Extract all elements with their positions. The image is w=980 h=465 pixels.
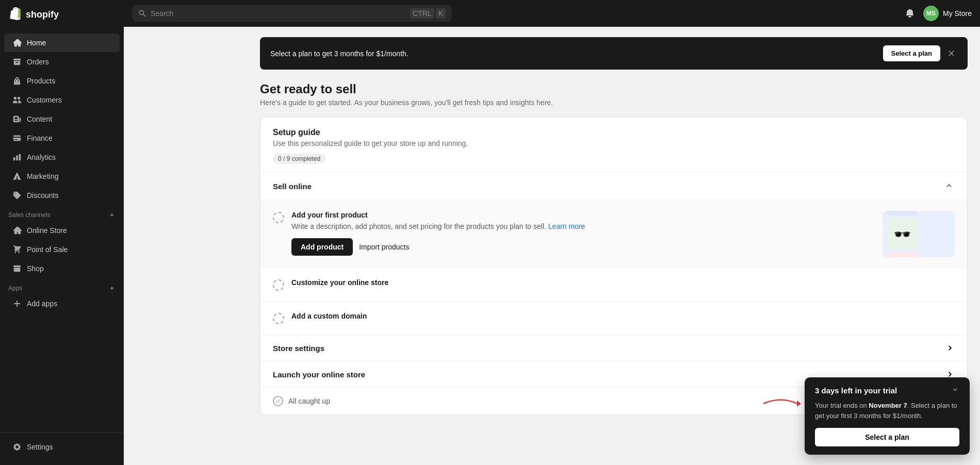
promo-banner-actions: Select a plan ✕ bbox=[883, 45, 957, 61]
task-product-illustration: 👕 🕶️ 👟 bbox=[883, 211, 955, 257]
svg-marker-0 bbox=[797, 401, 801, 407]
sidebar-item-settings[interactable]: Settings bbox=[4, 438, 120, 456]
task-content-domain: Add a custom domain bbox=[291, 312, 955, 322]
brand-name: shopify bbox=[26, 9, 59, 20]
sidebar-bottom: Settings bbox=[0, 433, 124, 465]
sidebar-item-add-apps[interactable]: Add apps bbox=[4, 294, 120, 313]
shopify-logo: shopify bbox=[8, 7, 59, 22]
setup-guide-desc: Use this personalized guide to get your … bbox=[273, 139, 955, 147]
sidebar-item-finance[interactable]: Finance bbox=[4, 129, 120, 147]
setup-guide-header: Setup guide Use this personalized guide … bbox=[260, 118, 967, 173]
sidebar-item-orders-label: Orders bbox=[27, 58, 49, 66]
notification-button[interactable] bbox=[903, 6, 917, 21]
task-domain-title: Add a custom domain bbox=[291, 312, 955, 320]
sales-channels-section: Sales channels bbox=[0, 205, 124, 221]
avatar: MS bbox=[923, 6, 939, 21]
sidebar-item-settings-label: Settings bbox=[27, 443, 53, 451]
apps-section: Apps bbox=[0, 278, 124, 294]
check-circle-icon bbox=[273, 396, 283, 406]
all-caught-up-text: All caught up bbox=[288, 397, 330, 405]
store-settings-title: Store settings bbox=[273, 344, 324, 353]
collapse-icon bbox=[951, 386, 959, 394]
sidebar: shopify Home Orders Products Customers C… bbox=[0, 0, 124, 465]
main-nav: Home Orders Products Customers Content F… bbox=[0, 29, 124, 433]
learn-more-link[interactable]: Learn more bbox=[548, 222, 585, 230]
trial-select-plan-button[interactable]: Select a plan bbox=[815, 428, 959, 446]
shirt-illustration: 👕 bbox=[887, 211, 918, 215]
sidebar-item-analytics[interactable]: Analytics bbox=[4, 148, 120, 167]
toast-collapse-button[interactable] bbox=[951, 386, 959, 395]
expand-icon[interactable] bbox=[108, 211, 116, 219]
sidebar-item-products-label: Products bbox=[27, 77, 55, 85]
sidebar-item-shop-label: Shop bbox=[27, 264, 44, 273]
check-icon bbox=[275, 398, 281, 404]
sidebar-item-shop[interactable]: Shop bbox=[4, 259, 120, 278]
trial-toast: 3 days left in your trial Your trial end… bbox=[805, 377, 970, 455]
search-shortcut: CTRL K bbox=[410, 8, 446, 19]
banner-close-button[interactable]: ✕ bbox=[945, 49, 957, 58]
sidebar-item-add-apps-label: Add apps bbox=[27, 300, 57, 308]
topbar: Search CTRL K MS My Store bbox=[124, 0, 980, 27]
trial-desc-text: Your trial ends on November 7. Select a … bbox=[815, 401, 959, 421]
sidebar-item-home[interactable]: Home bbox=[4, 34, 120, 52]
task-add-product-actions: Add product Import products bbox=[291, 238, 875, 256]
page-title: Get ready to sell bbox=[260, 82, 968, 96]
sidebar-item-customers-label: Customers bbox=[27, 96, 62, 104]
arrow-decoration bbox=[761, 393, 802, 416]
sidebar-item-home-label: Home bbox=[27, 39, 46, 47]
sell-online-title: Sell online bbox=[273, 182, 312, 191]
progress-badge: 0 / 9 completed bbox=[273, 154, 325, 164]
launch-title: Launch your online store bbox=[273, 370, 365, 379]
setup-guide-title: Setup guide bbox=[273, 128, 955, 137]
sidebar-item-content-label: Content bbox=[27, 115, 52, 123]
store-settings-section[interactable]: Store settings bbox=[260, 335, 967, 361]
add-product-button[interactable]: Add product bbox=[291, 238, 353, 256]
task-customize-store[interactable]: Customize your online store bbox=[260, 268, 967, 302]
task-add-product-title: Add your first product bbox=[291, 211, 875, 219]
page-subtitle: Here's a guide to get started. As your b… bbox=[260, 98, 968, 107]
sidebar-item-pos-label: Point of Sale bbox=[27, 245, 68, 254]
search-icon bbox=[138, 9, 146, 18]
product-illustration-inner: 👕 🕶️ 👟 bbox=[883, 211, 955, 257]
task-circle-add-product bbox=[273, 212, 284, 223]
bell-icon bbox=[905, 8, 915, 19]
sidebar-item-discounts[interactable]: Discounts bbox=[4, 186, 120, 205]
apps-expand-icon[interactable] bbox=[108, 285, 116, 292]
trial-toast-header: 3 days left in your trial bbox=[815, 386, 959, 395]
sidebar-item-orders[interactable]: Orders bbox=[4, 53, 120, 71]
task-content-customize: Customize your online store bbox=[291, 278, 955, 289]
sidebar-item-analytics-label: Analytics bbox=[27, 153, 56, 161]
sidebar-item-products[interactable]: Products bbox=[4, 72, 120, 90]
sidebar-item-finance-label: Finance bbox=[27, 134, 53, 142]
sidebar-item-marketing-label: Marketing bbox=[27, 172, 58, 180]
sidebar-item-content[interactable]: Content bbox=[4, 110, 120, 128]
store-badge[interactable]: MS My Store bbox=[923, 6, 972, 21]
task-custom-domain[interactable]: Add a custom domain bbox=[260, 302, 967, 335]
sidebar-item-customers[interactable]: Customers bbox=[4, 91, 120, 109]
task-add-product-desc: Write a description, add photos, and set… bbox=[291, 221, 875, 232]
task-customize-title: Customize your online store bbox=[291, 278, 955, 287]
search-placeholder: Search bbox=[151, 9, 406, 18]
sidebar-header: shopify bbox=[0, 0, 124, 29]
import-products-button[interactable]: Import products bbox=[359, 238, 409, 256]
sidebar-item-point-of-sale[interactable]: Point of Sale bbox=[4, 240, 120, 259]
chevron-right-icon bbox=[945, 343, 955, 353]
sidebar-item-discounts-label: Discounts bbox=[27, 191, 58, 200]
promo-banner-text: Select a plan to get 3 months for $1/mon… bbox=[270, 49, 409, 58]
sidebar-item-marketing[interactable]: Marketing bbox=[4, 167, 120, 186]
task-content-add-product: Add your first product Write a descripti… bbox=[291, 211, 875, 256]
glasses-illustration: 🕶️ bbox=[887, 219, 918, 250]
sidebar-item-online-store-label: Online Store bbox=[27, 226, 67, 235]
store-name: My Store bbox=[943, 9, 972, 18]
task-add-product: Add your first product Write a descripti… bbox=[260, 201, 967, 268]
shoe-illustration: 👟 bbox=[887, 253, 918, 257]
ctrl-key: CTRL bbox=[410, 8, 434, 19]
topbar-right: MS My Store bbox=[903, 6, 972, 21]
banner-select-plan-button[interactable]: Select a plan bbox=[883, 45, 940, 61]
task-circle-domain bbox=[273, 313, 284, 324]
sell-online-collapse-button[interactable] bbox=[943, 180, 955, 193]
k-key: K bbox=[436, 8, 446, 19]
search-bar[interactable]: Search CTRL K bbox=[132, 5, 452, 22]
trial-days-text: 3 days left in your trial bbox=[815, 386, 897, 395]
sidebar-item-online-store[interactable]: Online Store bbox=[4, 221, 120, 240]
